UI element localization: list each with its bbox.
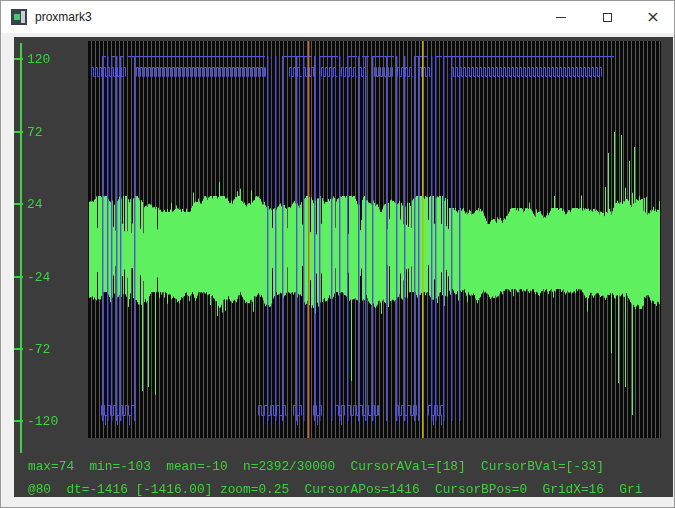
status-line-1: max=74 min=-103 mean=-10 n=2392/30000 Cu… (28, 459, 604, 474)
y-axis-label: 72 (27, 125, 43, 140)
y-axis-label: -72 (27, 342, 50, 357)
y-axis-label: 24 (27, 197, 43, 212)
signal-plot-canvas[interactable] (1, 1, 675, 508)
proxmark3-window: proxmark3 × 120 72 24 -24 -72 -120 max=7… (0, 0, 675, 508)
status-line-2: @80 dt=-1416 [-1416.00] zoom=0.25 Cursor… (28, 482, 642, 497)
y-axis-label: -120 (27, 414, 58, 429)
y-axis-label: 120 (27, 52, 50, 67)
y-axis-label: -24 (27, 270, 50, 285)
